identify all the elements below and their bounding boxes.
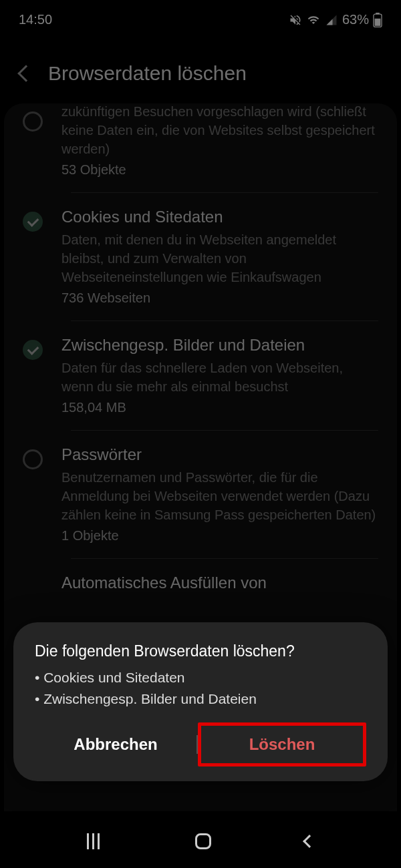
nav-back-icon[interactable] — [303, 835, 316, 848]
back-icon[interactable] — [17, 65, 34, 81]
item-description: zukünftigen Besuchen vorgeschlagen wird … — [61, 103, 378, 158]
status-bar: 14:50 63% — [0, 0, 401, 35]
item-title: Automatisches Ausfüllen von — [61, 574, 378, 592]
item-count: 158,04 MB — [61, 400, 378, 415]
signal-icon — [325, 14, 338, 26]
dialog-title: Die folgenden Browserdaten löschen? — [35, 642, 366, 660]
item-count: 1 Objekte — [61, 528, 378, 544]
delete-button[interactable]: Löschen — [198, 722, 366, 767]
status-time: 14:50 — [19, 12, 52, 27]
cancel-button[interactable]: Abbrechen — [35, 726, 196, 763]
item-description: Benutzernamen und Passwörter, die für di… — [61, 468, 378, 524]
checkbox-unchecked[interactable] — [23, 449, 43, 469]
list-item-passwords[interactable]: Passwörter Benutzernamen und Passwörter,… — [4, 431, 397, 558]
wifi-icon — [306, 14, 321, 26]
checkbox-unchecked[interactable] — [23, 112, 43, 132]
svg-rect-1 — [376, 13, 380, 14]
item-description: Daten, mit denen du in Webseiten angemel… — [61, 230, 378, 286]
battery-text: 63% — [342, 12, 369, 27]
system-nav-bar — [0, 815, 401, 868]
page-header: Browserdaten löschen — [0, 35, 401, 103]
battery-icon — [373, 13, 382, 27]
nav-home-icon[interactable] — [195, 833, 211, 849]
page-title: Browserdaten löschen — [48, 62, 247, 85]
item-description: Daten für das schnellere Laden von Webse… — [61, 359, 378, 396]
list-item-cache[interactable]: Zwischengesp. Bilder und Dateien Daten f… — [4, 321, 397, 430]
svg-rect-2 — [375, 18, 381, 25]
item-title: Cookies und Sitedaten — [61, 208, 378, 226]
item-count: 736 Webseiten — [61, 290, 378, 306]
dialog-bullet: • Cookies und Sitedaten — [35, 667, 366, 688]
item-title: Zwischengesp. Bilder und Dateien — [61, 336, 378, 355]
checkbox-checked[interactable] — [23, 212, 43, 232]
list-item-autofill[interactable]: Automatisches Ausfüllen von — [4, 559, 397, 611]
list-item-history[interactable]: zukünftigen Besuchen vorgeschlagen wird … — [4, 107, 397, 192]
nav-recents-icon[interactable] — [87, 833, 102, 849]
status-icons: 63% — [289, 12, 382, 27]
checkbox-checked[interactable] — [23, 340, 43, 360]
confirm-dialog: Die folgenden Browserdaten löschen? • Co… — [13, 622, 388, 781]
item-title: Passwörter — [61, 445, 378, 464]
dialog-bullet: • Zwischengesp. Bilder und Dateien — [35, 688, 366, 710]
list-item-cookies[interactable]: Cookies und Sitedaten Daten, mit denen d… — [4, 193, 397, 320]
item-count: 53 Objekte — [61, 162, 378, 178]
mute-icon — [289, 13, 302, 27]
